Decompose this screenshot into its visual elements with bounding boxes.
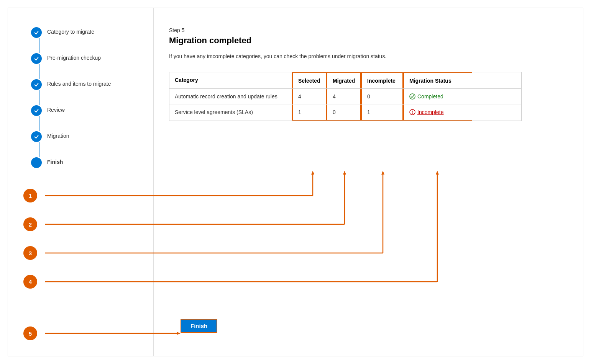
table-header: Category Selected Migrated Incomplete Mi…	[169, 72, 521, 89]
step-item-3: Rules and items to migrate	[31, 79, 142, 105]
cell-selected-1: 4	[292, 89, 327, 104]
svg-point-0	[410, 94, 415, 99]
step-label-4: Review	[47, 105, 65, 113]
status-incomplete-label[interactable]: Incomplete	[417, 109, 443, 115]
finish-button[interactable]: Finish	[181, 319, 217, 333]
status-completed-icon: Completed	[409, 93, 467, 100]
step-circle-4	[31, 105, 42, 116]
annotation-circle-2: 2	[23, 217, 37, 231]
step-label-6: Finish	[47, 157, 63, 165]
table-row: Automatic record creation and update rul…	[169, 89, 521, 104]
cell-category-2: Service level agreements (SLAs)	[169, 104, 292, 121]
cell-status-1: Completed	[403, 89, 472, 104]
col-header-category: Category	[169, 72, 292, 88]
step-label-2: Pre-migration checkup	[47, 53, 101, 61]
sidebar: Category to migrate Pre-migration checku…	[8, 8, 154, 356]
table-row: Service level agreements (SLAs) 1 0 1 ! …	[169, 104, 521, 121]
annotation-circle-5: 5	[23, 326, 37, 340]
col-header-migrated: Migrated	[327, 72, 361, 88]
cell-selected-2: 1	[292, 104, 327, 121]
col-header-incomplete: Incomplete	[361, 72, 403, 88]
step-circle-6	[31, 157, 42, 168]
col-header-selected: Selected	[292, 72, 327, 88]
migration-table: Category Selected Migrated Incomplete Mi…	[169, 72, 522, 121]
step-item-1: Category to migrate	[31, 27, 142, 53]
cell-incomplete-1: 0	[361, 89, 403, 104]
cell-status-2[interactable]: ! Incomplete	[403, 104, 472, 121]
step-circle-5	[31, 131, 42, 142]
step-item-4: Review	[31, 105, 142, 131]
cell-category-1: Automatic record creation and update rul…	[169, 89, 292, 104]
annotation-circle-1: 1	[23, 189, 37, 202]
step-label-1: Category to migrate	[47, 27, 94, 35]
col-header-status: Migration Status	[403, 72, 472, 88]
step-label-5: Migration	[47, 131, 69, 139]
step-circle-2	[31, 53, 42, 64]
status-completed-label: Completed	[417, 93, 443, 100]
status-incomplete-link[interactable]: ! Incomplete	[409, 109, 467, 115]
cell-incomplete-2: 1	[361, 104, 403, 121]
annotation-circle-4: 4	[23, 275, 37, 289]
step-item-5: Migration	[31, 131, 142, 157]
step-circle-1	[31, 27, 42, 38]
main-content: Step 5 Migration completed If you have a…	[154, 8, 583, 356]
cell-migrated-2: 0	[327, 104, 361, 121]
annotation-circle-3: 3	[23, 246, 37, 260]
step-circle-3	[31, 79, 42, 90]
step-label-3: Rules and items to migrate	[47, 79, 111, 87]
main-title: Migration completed	[169, 36, 568, 46]
step-item-6: Finish	[31, 157, 142, 168]
step-item-2: Pre-migration checkup	[31, 53, 142, 79]
description: If you have any imcomplete categories, y…	[169, 52, 418, 60]
svg-text:!: !	[412, 110, 413, 114]
step-number: Step 5	[169, 27, 568, 33]
cell-migrated-1: 4	[327, 89, 361, 104]
